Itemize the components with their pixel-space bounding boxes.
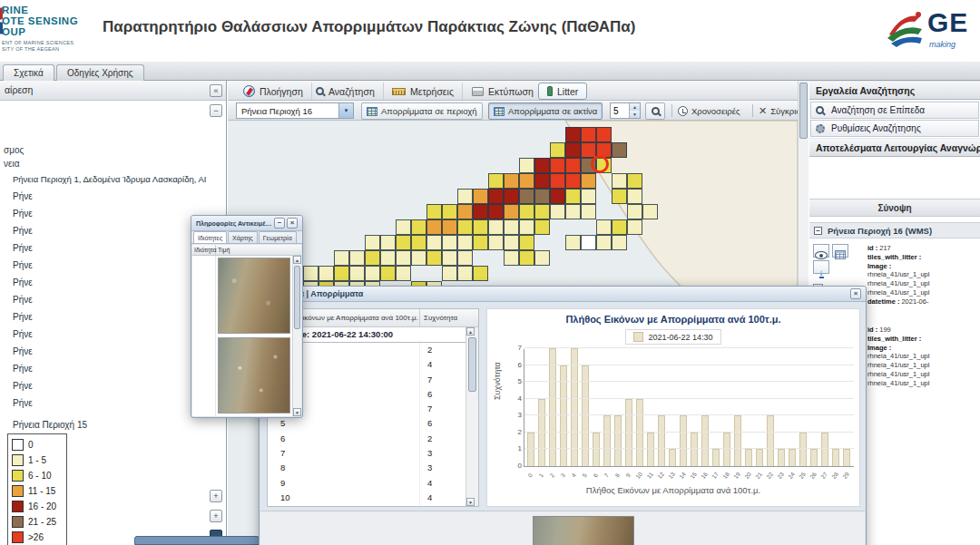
scroll-up-icon[interactable]: ▲ xyxy=(293,256,301,264)
grid-cell[interactable] xyxy=(457,189,473,204)
grid-cell[interactable] xyxy=(473,189,488,204)
grid-cell[interactable] xyxy=(365,250,380,266)
grid-cell[interactable] xyxy=(426,250,442,266)
grid-cell[interactable] xyxy=(612,235,627,250)
grid-cell[interactable] xyxy=(426,204,442,219)
column-header-value[interactable]: Τιμή xyxy=(216,245,301,255)
tab-properties[interactable]: Ιδιότητες xyxy=(193,231,227,243)
scrollbar-thumb[interactable] xyxy=(799,83,808,139)
grid-cell[interactable] xyxy=(627,219,642,235)
grid-cell[interactable] xyxy=(565,235,581,250)
scrollbar-thumb[interactable] xyxy=(294,266,300,329)
grid-cell[interactable] xyxy=(534,219,550,235)
grid-cell[interactable] xyxy=(596,127,612,142)
grid-cell[interactable] xyxy=(334,266,349,281)
scrollbar-thumb[interactable] xyxy=(468,337,476,392)
grid-cell[interactable] xyxy=(627,189,642,204)
grid-cell[interactable] xyxy=(550,173,565,189)
grid-cell[interactable] xyxy=(519,250,534,266)
grid-cell[interactable] xyxy=(550,142,565,158)
grid-cell[interactable] xyxy=(642,204,658,219)
column-header-frequency[interactable]: Συχνότητα xyxy=(420,309,466,326)
grid-cell[interactable] xyxy=(519,173,534,189)
zoom-in-button[interactable]: + xyxy=(210,490,222,502)
tab-navigation[interactable]: Πλοήγηση xyxy=(235,83,312,100)
spinner-up-icon[interactable]: ▲ xyxy=(629,103,640,111)
visibility-toggle[interactable] xyxy=(813,244,829,258)
grid-cell[interactable] xyxy=(519,235,534,250)
grid-cell[interactable] xyxy=(519,219,534,235)
table-row[interactable]: 104 xyxy=(268,491,478,505)
grid-cell[interactable] xyxy=(627,204,642,219)
table-row[interactable]: 73 xyxy=(268,446,478,461)
grid-cell[interactable] xyxy=(596,219,612,235)
scroll-up-icon[interactable]: ▲ xyxy=(466,327,475,336)
grid-cell[interactable] xyxy=(612,173,627,189)
grid-cell[interactable] xyxy=(504,204,519,219)
grid-cell[interactable] xyxy=(442,204,457,219)
litter-window-titlebar[interactable]: Στατιστικά | Απορρίμματα × xyxy=(260,287,866,302)
minimize-icon[interactable]: − xyxy=(274,218,285,229)
grid-cell[interactable] xyxy=(380,235,396,250)
tree-item-region-15[interactable]: Ρήνεια Περιοχή 15 xyxy=(0,418,225,433)
search-settings-item[interactable]: Ρυθμίσεις Αναζήτησης xyxy=(810,120,979,137)
layers-toolbar-fragment[interactable]: αίρεση xyxy=(5,84,33,95)
grid-cell[interactable] xyxy=(550,189,565,204)
litter-in-area-button[interactable]: Απορρίμματα σε περιοχή xyxy=(361,102,483,120)
table-row[interactable]: 62 xyxy=(268,432,478,446)
grid-cell[interactable] xyxy=(349,250,365,266)
tree-node-fragment[interactable]: νεια xyxy=(0,157,225,171)
grid-cell[interactable] xyxy=(565,142,581,158)
tab-measure[interactable]: Μετρήσεις xyxy=(384,83,463,100)
grid-cell[interactable] xyxy=(473,266,488,281)
grid-cell[interactable] xyxy=(519,204,534,219)
grid-cell[interactable] xyxy=(473,235,488,250)
table-scrollbar[interactable]: ▲ ▼ xyxy=(466,327,478,506)
grid-cell[interactable] xyxy=(396,219,411,235)
scroll-down-icon[interactable]: ▼ xyxy=(466,498,475,506)
grid-cell[interactable] xyxy=(581,127,596,142)
radius-input[interactable] xyxy=(611,103,629,118)
info-scrollbar[interactable]: ▲ ▼ xyxy=(292,256,301,416)
grid-cell[interactable] xyxy=(426,219,442,235)
grid-cell[interactable] xyxy=(519,189,534,204)
grid-cell[interactable] xyxy=(426,235,442,250)
close-icon[interactable]: × xyxy=(287,218,298,229)
table-row[interactable]: 94 xyxy=(268,476,478,491)
panel-collapse-button[interactable]: « xyxy=(210,84,222,97)
tab-search[interactable]: Αναζήτηση xyxy=(308,83,384,100)
grid-cell[interactable] xyxy=(565,173,581,189)
grid-cell[interactable] xyxy=(596,235,612,250)
aerial-photo-2[interactable] xyxy=(218,337,290,414)
grid-cell[interactable] xyxy=(565,127,581,142)
scroll-down-icon[interactable]: ▼ xyxy=(293,408,301,416)
grid-cell[interactable] xyxy=(565,158,581,173)
run-search-button[interactable] xyxy=(645,102,665,120)
tab-print[interactable]: Εκτύπωση xyxy=(464,83,543,100)
bottom-cut-bar[interactable] xyxy=(134,536,260,545)
grid-cell[interactable] xyxy=(411,219,426,235)
grid-cell[interactable] xyxy=(457,235,473,250)
grid-cell[interactable] xyxy=(519,158,534,173)
grid-cell[interactable] xyxy=(612,219,627,235)
grid-cell[interactable] xyxy=(396,250,411,266)
grid-cell[interactable] xyxy=(365,235,380,250)
grid-cell[interactable] xyxy=(380,250,396,266)
tree-node-fragment[interactable]: σμος xyxy=(0,143,225,158)
grid-cell[interactable] xyxy=(442,266,457,281)
grid-cell[interactable] xyxy=(488,235,504,250)
chevron-down-icon[interactable]: ▼ xyxy=(338,103,353,118)
grid-cell[interactable] xyxy=(581,173,596,189)
grid-cell[interactable] xyxy=(442,235,457,250)
grid-cell[interactable] xyxy=(581,235,596,250)
tree-item-region-1[interactable]: Ρήνεια Περιοχή 1, Δεδομένα Ίδρυμα Λασκαρ… xyxy=(0,172,225,187)
grid-cell[interactable] xyxy=(411,250,426,266)
grid-cell[interactable] xyxy=(534,250,550,266)
grid-cell[interactable] xyxy=(396,235,411,250)
spinner-down-icon[interactable]: ▼ xyxy=(629,111,640,118)
grid-cell[interactable] xyxy=(488,204,504,219)
tab-map[interactable]: Χάρτης xyxy=(228,231,258,243)
tab-geometry[interactable]: Γεωμετρία xyxy=(259,231,297,243)
aerial-photo-1[interactable] xyxy=(218,258,290,334)
grid-cell[interactable] xyxy=(365,266,380,281)
